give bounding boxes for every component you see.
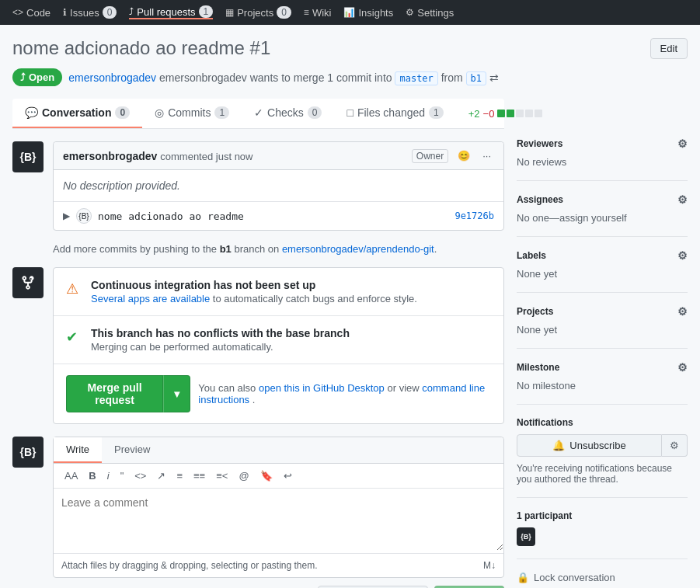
open-badge: ⤴ Open [12,68,62,86]
comment-body: No description provided. [54,170,503,201]
insights-icon: 📊 [343,7,355,18]
toolbar-mention[interactable]: @ [235,468,252,483]
commit-expand[interactable]: ▶ [63,210,70,221]
attach-text: Attach files by dragging & dropping, sel… [61,560,318,571]
branch-compare-icon: ⇄ [489,71,499,84]
ci-merge-icon [12,267,44,298]
merge-btn-group: Merge pull request ▼ [66,375,190,412]
owner-badge: Owner [412,149,448,163]
commit-sha-link[interactable]: 9e1726b [454,210,494,221]
ci-box: ⚠ Continuous integration has not been se… [53,267,504,424]
tab-write[interactable]: Write [54,437,102,463]
assignees-title: Assignees ⚙ [517,193,688,206]
comment-actions: Owner 😊 ··· [412,148,494,163]
diff-bar-2 [507,110,514,117]
pr-author-link[interactable]: emersonbrogadev [68,71,156,84]
ci-success-icon: ✔ [66,329,82,344]
comment-thread: {B} emersonbrogadev commented just now O… [12,141,504,231]
comment-author-info: emersonbrogadev commented just now [63,150,253,162]
reviewers-gear[interactable]: ⚙ [677,137,688,150]
nav-pullrequests[interactable]: ⤴ Pull requests 1 [129,5,213,19]
toolbar-list-ordered[interactable]: ≡≡ [190,468,208,483]
pr-title: nome adcionado ao readme #1 [12,37,270,59]
nav-issues[interactable]: ℹ Issues 0 [63,6,117,19]
lock-icon: 🔒 [517,572,529,583]
merge-alt-text: You can also open this in GitHub Desktop… [198,382,491,405]
nav-insights[interactable]: 📊 Insights [343,7,393,19]
notification-group: 🔔 Unsubscribe ⚙ [517,434,688,457]
nav-settings[interactable]: ⚙ Settings [406,7,454,19]
comment-textarea[interactable] [54,489,503,551]
milestone-value: No milestone [517,380,688,391]
ci-desc-1: Several apps are available to automatica… [91,293,417,304]
sidebar-projects: Projects ⚙ None yet [517,305,688,349]
nav-code[interactable]: <> Code [12,7,50,19]
comment-write-box: Write Preview AA B i " <> ↗ ≡ ≡≡ ≡ [53,437,504,578]
toolbar-reply[interactable]: ↩ [280,468,295,483]
assignees-gear[interactable]: ⚙ [677,193,688,206]
open-in-desktop-link[interactable]: open this in GitHub Desktop [259,382,385,394]
commit-message: nome adcionado ao readme [98,210,448,222]
merge-dropdown-button[interactable]: ▼ [163,375,190,412]
toolbar-ref[interactable]: 🔖 [257,468,276,483]
emoji-button[interactable]: 😊 [454,148,473,163]
nav-projects[interactable]: ▦ Projects 0 [225,6,291,19]
lock-conversation[interactable]: 🔒 Lock conversation [517,572,688,583]
markdown-icon: M↓ [483,560,496,571]
repo-link[interactable]: emersonbrogadev/aprendendo-git [282,243,434,255]
commits-badge: 1 [214,106,229,119]
commit-row: ▶ {B} nome adcionado ao readme 9e1726b [54,201,503,230]
pr-icon: ⤴ [129,6,134,17]
toolbar-code[interactable]: <> [131,468,149,483]
ci-section: ⚠ Continuous integration has not been se… [12,267,504,424]
projects-icon: ▦ [225,7,234,18]
projects-gear[interactable]: ⚙ [677,305,688,318]
projects-badge: 0 [277,6,291,19]
target-branch: master [395,71,437,85]
bell-icon: 🔔 [552,440,565,451]
tab-commits[interactable]: ◎ Commits 1 [142,99,242,128]
tab-files-changed[interactable]: □ Files changed 1 [334,99,455,128]
code-icon: <> [12,7,23,18]
toolbar-task-list[interactable]: ≡< [213,468,231,483]
labels-gear[interactable]: ⚙ [677,249,688,262]
pr-meta-text: emersonbrogadev emersonbrogadev wants to… [68,71,499,84]
notification-settings-button[interactable]: ⚙ [662,434,688,457]
ci-apps-link[interactable]: Several apps are available [91,293,210,304]
tab-preview[interactable]: Preview [102,437,162,463]
current-user-avatar: {B} [12,437,44,468]
checks-badge: 0 [308,106,322,119]
participants-title: 1 participant [517,510,688,521]
toolbar-bold[interactable]: B [85,468,99,483]
labels-value: None yet [517,268,688,280]
reviewers-value: No reviews [517,156,688,168]
toolbar-heading[interactable]: AA [61,468,81,483]
pr-status-icon: ⤴ [20,71,26,83]
labels-title: Labels ⚙ [517,249,688,262]
toolbar-list-unordered[interactable]: ≡ [173,468,186,483]
conversation-icon: 💬 [25,106,38,119]
toolbar-link[interactable]: ↗ [154,468,169,483]
conversation-badge: 0 [115,106,130,119]
write-footer: Attach files by dragging & dropping, sel… [54,553,503,577]
more-options-button[interactable]: ··· [479,148,494,163]
milestone-title: Milestone ⚙ [517,361,688,374]
edit-button[interactable]: Edit [650,38,688,59]
ci-item-no-conflicts: ✔ This branch has no conflicts with the … [54,316,503,364]
comment-box: emersonbrogadev commented just now Owner… [53,141,504,231]
unsubscribe-button[interactable]: 🔔 Unsubscribe [517,434,662,457]
sidebar-labels: Labels ⚙ None yet [517,249,688,293]
nav-wiki[interactable]: ≡ Wiki [304,7,332,19]
toolbar-quote[interactable]: " [117,468,127,483]
pr-tabs: 💬 Conversation 0 ◎ Commits 1 ✓ Checks 0 [12,99,504,129]
milestone-gear[interactable]: ⚙ [677,361,688,374]
participant-avatar: {B} [517,527,535,546]
issues-badge: 0 [103,6,117,19]
toolbar-italic[interactable]: i [104,468,113,483]
tab-checks[interactable]: ✓ Checks 0 [242,99,334,128]
write-toolbar: AA B i " <> ↗ ≡ ≡≡ ≡< @ 🔖 ↩ [54,464,503,489]
wiki-icon: ≡ [304,7,309,18]
merge-pull-request-button[interactable]: Merge pull request [66,375,163,412]
write-tabs: Write Preview [54,437,503,464]
tab-conversation[interactable]: 💬 Conversation 0 [12,99,142,128]
